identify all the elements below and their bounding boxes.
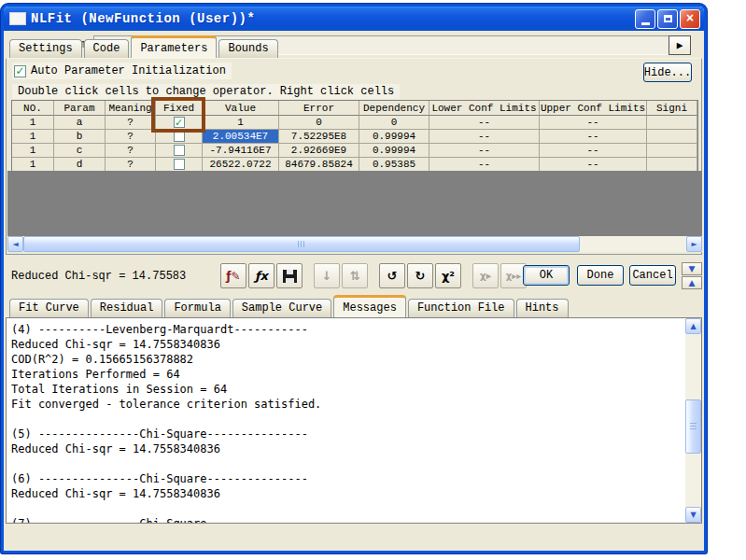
col-header-dependency[interactable]: Dependency bbox=[359, 101, 429, 116]
cell-dependency[interactable]: 0.99994 bbox=[359, 144, 429, 158]
tab-function-file[interactable]: Function File bbox=[408, 299, 514, 317]
roll-up-button[interactable]: ▲ bbox=[682, 276, 702, 289]
fixed-checkbox-unchecked[interactable] bbox=[174, 159, 185, 170]
scroll-right-button[interactable]: ► bbox=[686, 236, 702, 252]
cell-lower-conf[interactable]: -- bbox=[429, 116, 540, 130]
vscroll-thumb[interactable] bbox=[685, 399, 701, 453]
cell-error[interactable]: 84679.85824 bbox=[279, 158, 359, 172]
cell-significance[interactable] bbox=[647, 116, 697, 130]
hscroll-track[interactable] bbox=[23, 236, 686, 252]
cell-param[interactable]: d bbox=[54, 158, 106, 172]
col-header-no[interactable]: NO. bbox=[12, 101, 54, 116]
initialize-parameters-button[interactable]: ⇅ bbox=[342, 263, 368, 288]
tab-fit-curve[interactable]: Fit Curve bbox=[9, 299, 89, 317]
cell-significance[interactable] bbox=[647, 158, 697, 172]
vscroll-track[interactable] bbox=[685, 334, 701, 507]
fixed-checkbox-checked[interactable]: ✓ bbox=[174, 117, 185, 128]
maximize-button[interactable] bbox=[657, 9, 678, 29]
col-header-upper-conf[interactable]: Upper Conf Limits bbox=[540, 101, 647, 116]
cell-param[interactable]: c bbox=[54, 144, 106, 158]
tab-bounds[interactable]: Bounds bbox=[218, 39, 277, 58]
scroll-up-button[interactable]: ▲ bbox=[685, 318, 701, 334]
tab-code[interactable]: Code bbox=[84, 39, 130, 58]
ok-button[interactable]: OK bbox=[523, 265, 570, 286]
tab-sample-curve[interactable]: Sample Curve bbox=[232, 299, 331, 317]
cell-fixed[interactable] bbox=[156, 144, 203, 158]
tab-hints[interactable]: Hints bbox=[516, 299, 569, 317]
cell-fixed[interactable] bbox=[156, 130, 203, 144]
cell-param[interactable]: b bbox=[54, 130, 106, 144]
col-header-param[interactable]: Param bbox=[54, 101, 106, 116]
edit-function-button[interactable]: ƒ✎ bbox=[220, 263, 246, 288]
cell-value-selected[interactable]: 2.00534E7 bbox=[203, 130, 279, 144]
cell-value[interactable]: 1 bbox=[203, 116, 279, 130]
cell-no[interactable]: 1 bbox=[12, 116, 54, 130]
cell-upper-conf[interactable]: -- bbox=[540, 158, 647, 172]
table-horizontal-scrollbar[interactable]: ◄ ► bbox=[7, 236, 702, 252]
cell-dependency[interactable]: 0.95385 bbox=[359, 158, 429, 172]
cell-no[interactable]: 1 bbox=[12, 144, 54, 158]
col-header-error[interactable]: Error bbox=[279, 101, 359, 116]
col-header-significance[interactable]: Signi bbox=[647, 101, 697, 116]
messages-vertical-scrollbar[interactable]: ▲ ▼ bbox=[685, 318, 701, 523]
cell-meaning[interactable]: ? bbox=[106, 158, 156, 172]
cell-upper-conf[interactable]: -- bbox=[540, 116, 647, 130]
cell-error[interactable]: 2.92669E9 bbox=[279, 144, 359, 158]
col-header-lower-conf[interactable]: Lower Conf Limits bbox=[429, 101, 540, 116]
auto-init-row[interactable]: ✓ Auto Parameter Initialization bbox=[12, 63, 232, 79]
scroll-down-button[interactable]: ▼ bbox=[685, 507, 701, 523]
revert-parameters-button[interactable]: ↻ bbox=[407, 263, 433, 288]
cell-meaning[interactable]: ? bbox=[106, 130, 156, 144]
cell-fixed[interactable] bbox=[156, 158, 203, 172]
col-header-meaning[interactable]: Meaning bbox=[106, 101, 156, 116]
cell-no[interactable]: 1 bbox=[12, 158, 54, 172]
cell-param[interactable]: a bbox=[54, 116, 106, 130]
col-header-value[interactable]: Value bbox=[203, 101, 279, 116]
function-file-button[interactable]: ƒx bbox=[248, 263, 274, 288]
tab-formula[interactable]: Formula bbox=[164, 299, 230, 317]
cell-significance[interactable] bbox=[647, 130, 697, 144]
scroll-left-button[interactable]: ◄ bbox=[7, 236, 23, 252]
cell-fixed[interactable]: ✓ bbox=[156, 116, 203, 130]
tab-residual[interactable]: Residual bbox=[91, 299, 163, 317]
cell-lower-conf[interactable]: -- bbox=[429, 144, 540, 158]
cell-value[interactable]: -7.94116E7 bbox=[203, 144, 279, 158]
cell-dependency[interactable]: 0 bbox=[359, 116, 429, 130]
cell-lower-conf[interactable]: -- bbox=[429, 158, 540, 172]
reset-parameters-button[interactable]: ↺ bbox=[379, 263, 405, 288]
nlfit-dialog: NLFit (NewFunction (User))* × Dialog The… bbox=[1, 4, 707, 553]
tab-settings[interactable]: Settings bbox=[9, 39, 82, 58]
cell-error[interactable]: 7.52295E8 bbox=[279, 130, 359, 144]
chi-square-button[interactable]: χ² bbox=[435, 263, 461, 288]
cell-dependency[interactable]: 0.99994 bbox=[359, 130, 429, 144]
save-button[interactable] bbox=[276, 263, 303, 288]
col-header-fixed[interactable]: Fixed bbox=[156, 101, 203, 116]
sort-parameters-button[interactable]: ↓ bbox=[314, 263, 340, 288]
cell-upper-conf[interactable]: -- bbox=[540, 130, 647, 144]
cell-error[interactable]: 0 bbox=[279, 116, 359, 130]
minimize-button[interactable] bbox=[635, 9, 655, 29]
tab-parameters[interactable]: Parameters bbox=[131, 35, 217, 58]
close-button[interactable]: × bbox=[680, 9, 700, 29]
cell-meaning[interactable]: ? bbox=[106, 144, 156, 158]
check-icon: ✓ bbox=[175, 119, 183, 127]
cell-value[interactable]: 26522.0722 bbox=[203, 158, 279, 172]
cell-meaning[interactable]: ? bbox=[106, 116, 156, 130]
auto-init-checkbox[interactable]: ✓ bbox=[14, 65, 26, 77]
cell-significance[interactable] bbox=[647, 144, 697, 158]
done-button[interactable]: Done bbox=[577, 265, 624, 286]
cell-lower-conf[interactable]: -- bbox=[429, 130, 540, 144]
cell-no[interactable]: 1 bbox=[12, 130, 54, 144]
hscroll-thumb[interactable] bbox=[23, 236, 580, 252]
hide-button[interactable]: Hide... bbox=[643, 63, 692, 82]
cell-upper-conf[interactable]: -- bbox=[540, 144, 647, 158]
fixed-checkbox-unchecked[interactable] bbox=[174, 145, 185, 156]
fit-one-iteration-button[interactable]: χ▸ bbox=[472, 263, 499, 288]
title-bar[interactable]: NLFit (NewFunction (User))* × bbox=[4, 7, 704, 31]
down-arrow-icon: ▼ bbox=[690, 511, 696, 519]
roll-down-button[interactable]: ▼ bbox=[682, 262, 702, 275]
window-title: NLFit (NewFunction (User))* bbox=[31, 11, 635, 26]
cancel-button[interactable]: Cancel bbox=[629, 265, 676, 286]
fixed-checkbox-unchecked[interactable] bbox=[174, 131, 185, 142]
tab-messages[interactable]: Messages bbox=[333, 295, 406, 317]
